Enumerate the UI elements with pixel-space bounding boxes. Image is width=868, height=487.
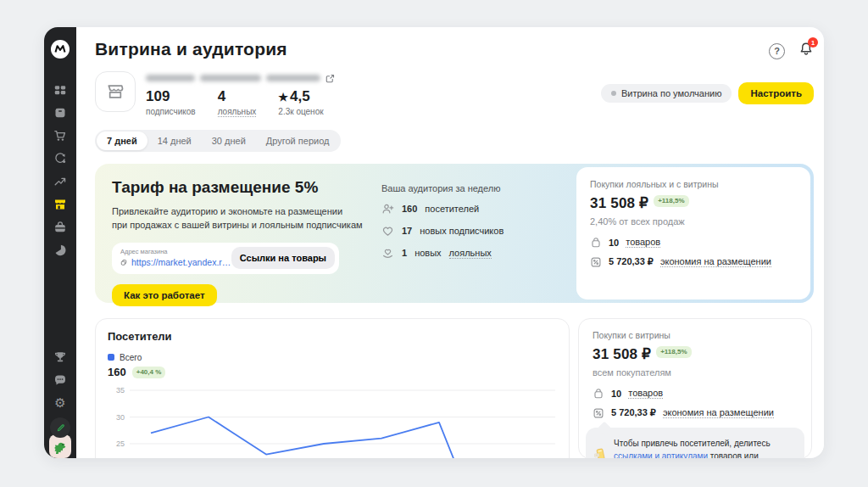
main-content: Витрина и аудитория ? 1 [76, 27, 824, 458]
visitors-chart: 35302520 [108, 382, 559, 458]
analytics-trend-icon[interactable] [53, 175, 67, 188]
default-showcase-badge[interactable]: Витрина по умолчанию [601, 84, 732, 103]
finance-wallet-icon[interactable] [53, 221, 67, 234]
store-name-redacted[interactable] [146, 72, 335, 84]
svg-text:35: 35 [116, 386, 125, 395]
products-count-row: 10 товаров [590, 237, 797, 249]
banner-title: Тариф на размещение 5% [112, 178, 366, 197]
copy-link-icon[interactable] [120, 257, 127, 268]
showcase-storefront-icon[interactable] [53, 198, 67, 211]
showcase-purchases-card: Покупки с витрины 31 508 ₽ +118,5% всем … [578, 318, 812, 458]
store-address-field: Адрес магазина https://market.yandex.ru/… [112, 243, 339, 274]
star-icon: ★ [278, 91, 288, 104]
promotion-tip-text: Чтобы привлечь посетителей, делитесь ссы… [614, 437, 794, 458]
tab-14-days[interactable]: 14 дней [147, 132, 202, 150]
period-tabs: 7 дней 14 дней 30 дней Другой период [95, 130, 341, 152]
loyal-tooltip-link[interactable]: лояльных [218, 107, 257, 117]
percent-icon [590, 256, 602, 268]
products-link[interactable]: товаров [626, 237, 660, 248]
configure-button[interactable]: Настроить [738, 82, 814, 104]
bag-icon [590, 237, 602, 249]
tariff-banner: Тариф на размещение 5% Привлекайте аудит… [95, 164, 814, 303]
savings-row: 5 720,33 ₽ экономия на размещении [590, 256, 797, 268]
visitors-total: 160 [108, 366, 126, 378]
market-logo-icon[interactable] [50, 39, 70, 59]
svg-text:30: 30 [116, 412, 125, 421]
store-url-link[interactable]: https://market.yandex.ru/store--ip-seled… [131, 257, 231, 267]
showcase-purchases-delta-badge: +118,5% [656, 346, 691, 358]
notifications-bell-icon[interactable]: 1 [798, 42, 814, 60]
how-it-works-button[interactable]: Как это работает [112, 284, 217, 306]
stat-loyal: 4 лояльных [218, 88, 257, 116]
savings-link[interactable]: экономия на размещении [660, 256, 771, 267]
dot-icon [611, 91, 616, 96]
notification-count-badge: 1 [808, 37, 818, 48]
dashboard-icon[interactable] [53, 83, 67, 97]
loyal-purchases-amount: 31 508 ₽ [590, 194, 648, 212]
help-icon[interactable]: ? [769, 43, 785, 59]
tab-7-days[interactable]: 7 дней [97, 132, 147, 150]
products-link[interactable]: товаров [628, 388, 663, 399]
loyal-purchases-delta-badge: +118,5% [654, 195, 688, 207]
svg-text:25: 25 [116, 439, 125, 448]
achievements-trophy-icon[interactable] [53, 350, 67, 364]
percent-icon [593, 407, 604, 419]
tab-custom-period[interactable]: Другой период [256, 132, 340, 150]
loyal-link[interactable]: лояльных [449, 248, 492, 259]
sidebar: ⚙ [44, 27, 76, 458]
stat-subscribers: 109 подписчиков [146, 88, 196, 116]
store-summary: 109 подписчиков 4 лояльных ★4,5 2.3к оце… [95, 71, 814, 116]
banner-description: Привлекайте аудиторию и экономьте на раз… [112, 204, 366, 232]
orders-cart-icon[interactable] [53, 129, 67, 143]
address-label: Адрес магазина [120, 248, 231, 255]
settings-gear-icon[interactable]: ⚙ [53, 396, 67, 410]
stat-rating: ★4,5 2.3к оценок [278, 88, 323, 116]
tab-30-days[interactable]: 30 дней [202, 132, 256, 150]
loyal-purchases-card: Покупки лояльных и с витрины 31 508 ₽ +1… [576, 167, 810, 299]
legend-swatch [108, 354, 114, 361]
heart-hands-icon [381, 247, 394, 260]
store-avatar [95, 71, 136, 112]
products-count-row: 10 товаров [593, 388, 798, 400]
phone-illustration-icon [594, 437, 606, 458]
product-links-button[interactable]: Ссылки на товары [231, 247, 335, 269]
person-plus-icon [381, 203, 394, 216]
showcase-purchases-amount: 31 508 ₽ [593, 345, 651, 363]
page-title: Витрина и аудитория [95, 39, 287, 59]
external-link-icon[interactable] [326, 74, 335, 83]
visitors-delta-badge: +40,4 % [132, 367, 166, 378]
edit-pencil-icon[interactable] [50, 417, 70, 438]
chart-legend[interactable]: Всего [108, 353, 557, 362]
products-box-icon[interactable] [53, 106, 67, 120]
savings-link[interactable]: экономия на размещении [663, 407, 774, 418]
reports-pie-icon[interactable] [53, 244, 67, 257]
app-window: ⚙ Витрина и аудитория ? 1 [44, 27, 824, 458]
bag-icon [593, 388, 604, 400]
visitors-chart-card: Посетители Всего 160 +40,4 % 35302520 [95, 318, 570, 458]
support-chat-icon[interactable] [53, 373, 67, 387]
dino-avatar[interactable] [49, 434, 71, 458]
visitors-title: Посетители [108, 330, 557, 343]
customers-return-icon[interactable] [53, 152, 67, 165]
promotion-tip: Чтобы привлечь посетителей, делитесь ссы… [586, 428, 804, 458]
savings-row: 5 720,33 ₽ экономия на размещении [593, 407, 798, 419]
links-articles-link[interactable]: ссылками и артикулами [614, 451, 708, 458]
heart-icon [381, 225, 394, 238]
page-header: Витрина и аудитория ? 1 [95, 39, 814, 60]
